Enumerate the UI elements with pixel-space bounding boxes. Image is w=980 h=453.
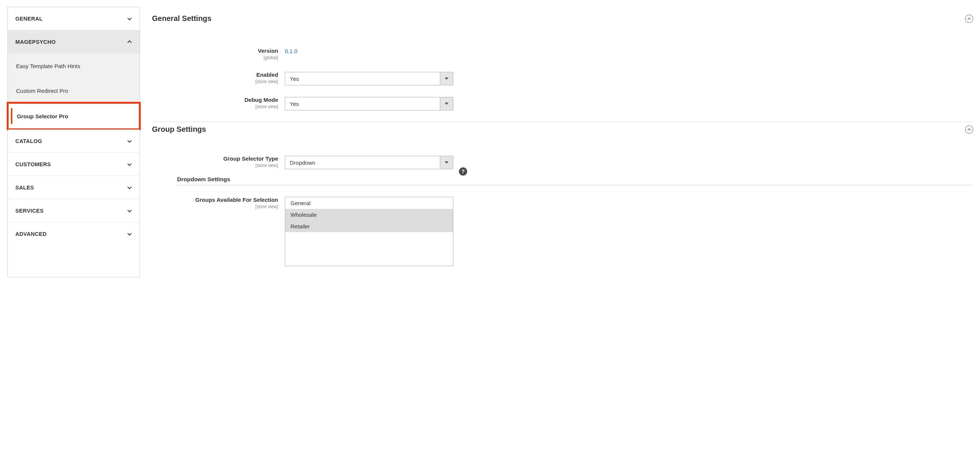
groups-multiselect[interactable]: General Wholesale Retailer bbox=[285, 197, 453, 266]
field-row-version: Version [global] 0.1.0 bbox=[152, 48, 973, 60]
section-divider bbox=[152, 122, 973, 122]
field-label: Debug Mode bbox=[152, 97, 278, 103]
active-item-highlight: Group Selector Pro bbox=[7, 102, 141, 130]
config-sidebar: GENERAL MAGEPSYCHO Easy Template Path Hi… bbox=[8, 7, 140, 277]
field-label: Enabled bbox=[152, 72, 278, 78]
multiselect-option-general[interactable]: General bbox=[285, 197, 453, 209]
field-row-groups-available: Groups Available For Selection [store vi… bbox=[152, 197, 973, 266]
chevron-down-icon bbox=[127, 231, 132, 237]
select-value: Dropdown bbox=[285, 156, 440, 169]
field-label: Version bbox=[152, 48, 278, 54]
field-row-selector-type: Group Selector Type [store view] Dropdow… bbox=[152, 155, 973, 169]
sidebar-tab-label: GENERAL bbox=[15, 16, 43, 22]
dropdown-arrow-icon[interactable] bbox=[440, 97, 453, 110]
sidebar-item-easy-template[interactable]: Easy Template Path Hints bbox=[8, 54, 140, 78]
sidebar-item-custom-redirect[interactable]: Custom Redirect Pro bbox=[8, 78, 140, 103]
section-title: Group Settings bbox=[152, 125, 206, 134]
section-body-general: Version [global] 0.1.0 Enabled [store vi… bbox=[152, 26, 973, 110]
sidebar-tab-sales[interactable]: SALES bbox=[8, 176, 140, 199]
sidebar-tab-advanced[interactable]: ADVANCED bbox=[8, 223, 140, 246]
chevron-up-icon bbox=[127, 39, 132, 45]
sidebar-tab-label: SALES bbox=[15, 184, 34, 191]
sidebar-tab-catalog[interactable]: CATALOG bbox=[8, 130, 140, 153]
subsection-title: Dropdown Settings bbox=[177, 176, 973, 185]
field-row-enabled: Enabled [store view] Yes bbox=[152, 72, 973, 85]
collapse-icon[interactable] bbox=[965, 126, 973, 134]
sidebar-tab-services[interactable]: SERVICES bbox=[8, 199, 140, 223]
field-scope: [store view] bbox=[152, 104, 278, 109]
sidebar-item-label: Group Selector Pro bbox=[17, 113, 68, 119]
sidebar-item-group-selector[interactable]: Group Selector Pro bbox=[9, 104, 139, 129]
section-title: General Settings bbox=[152, 14, 212, 23]
select-value: Yes bbox=[285, 72, 440, 85]
sidebar-tab-label: CUSTOMERS bbox=[15, 161, 51, 167]
sidebar-tab-label: SERVICES bbox=[15, 208, 43, 214]
collapse-icon[interactable] bbox=[965, 14, 973, 23]
chevron-down-icon bbox=[127, 16, 132, 21]
sidebar-tab-label: CATALOG bbox=[15, 138, 42, 144]
field-label: Group Selector Type bbox=[152, 155, 278, 162]
select-value: Yes bbox=[285, 97, 440, 110]
field-scope: [store view] bbox=[152, 163, 278, 168]
debug-select[interactable]: Yes bbox=[285, 97, 453, 110]
dropdown-arrow-icon[interactable] bbox=[440, 72, 453, 85]
chevron-down-icon bbox=[127, 185, 132, 190]
sidebar-tab-label: ADVANCED bbox=[15, 231, 47, 237]
dropdown-arrow-icon[interactable] bbox=[440, 156, 453, 169]
multiselect-option-retailer[interactable]: Retailer bbox=[285, 221, 453, 232]
sidebar-subitems: Easy Template Path Hints Custom Redirect… bbox=[8, 54, 140, 130]
help-icon[interactable]: ? bbox=[459, 167, 467, 176]
sidebar-tab-customers[interactable]: CUSTOMERS bbox=[8, 153, 140, 176]
sidebar-item-label: Custom Redirect Pro bbox=[16, 87, 68, 94]
section-header-general[interactable]: General Settings bbox=[152, 14, 973, 26]
chevron-down-icon bbox=[127, 162, 132, 167]
section-header-group[interactable]: Group Settings bbox=[152, 125, 973, 137]
config-main: General Settings Version [global] 0.1.0 … bbox=[140, 7, 980, 277]
sidebar-item-label: Easy Template Path Hints bbox=[16, 63, 80, 69]
chevron-down-icon bbox=[127, 208, 132, 213]
sidebar-tab-general[interactable]: GENERAL bbox=[8, 7, 140, 30]
section-body-group: Group Selector Type [store view] Dropdow… bbox=[152, 137, 973, 266]
selector-type-select[interactable]: Dropdown bbox=[285, 156, 453, 169]
multiselect-option-wholesale[interactable]: Wholesale bbox=[285, 209, 453, 221]
version-value: 0.1.0 bbox=[285, 48, 297, 54]
sidebar-tab-label: MAGEPSYCHO bbox=[15, 39, 56, 45]
field-label: Groups Available For Selection bbox=[152, 197, 278, 203]
sidebar-tab-magepsycho[interactable]: MAGEPSYCHO bbox=[8, 30, 140, 54]
field-row-debug: Debug Mode [store view] Yes bbox=[152, 97, 973, 110]
chevron-down-icon bbox=[127, 138, 132, 144]
field-scope: [store view] bbox=[152, 79, 278, 84]
enabled-select[interactable]: Yes bbox=[285, 72, 453, 85]
field-scope: [store view] bbox=[152, 204, 278, 209]
field-scope: [global] bbox=[152, 55, 278, 60]
